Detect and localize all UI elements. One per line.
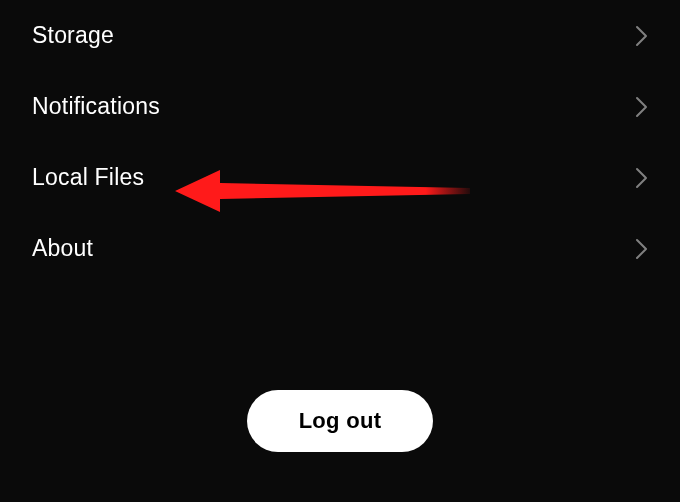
settings-item-local-files[interactable]: Local Files (0, 142, 680, 213)
chevron-right-icon (634, 166, 650, 190)
logout-wrapper: Log out (0, 390, 680, 452)
settings-item-label: Notifications (32, 93, 160, 120)
settings-item-storage[interactable]: Storage (0, 0, 680, 71)
settings-item-label: Local Files (32, 164, 144, 191)
settings-item-about[interactable]: About (0, 213, 680, 284)
settings-item-label: About (32, 235, 93, 262)
settings-item-notifications[interactable]: Notifications (0, 71, 680, 142)
logout-button[interactable]: Log out (247, 390, 434, 452)
settings-list: Storage Notifications Local Files About (0, 0, 680, 284)
chevron-right-icon (634, 237, 650, 261)
settings-item-label: Storage (32, 22, 114, 49)
chevron-right-icon (634, 95, 650, 119)
chevron-right-icon (634, 24, 650, 48)
